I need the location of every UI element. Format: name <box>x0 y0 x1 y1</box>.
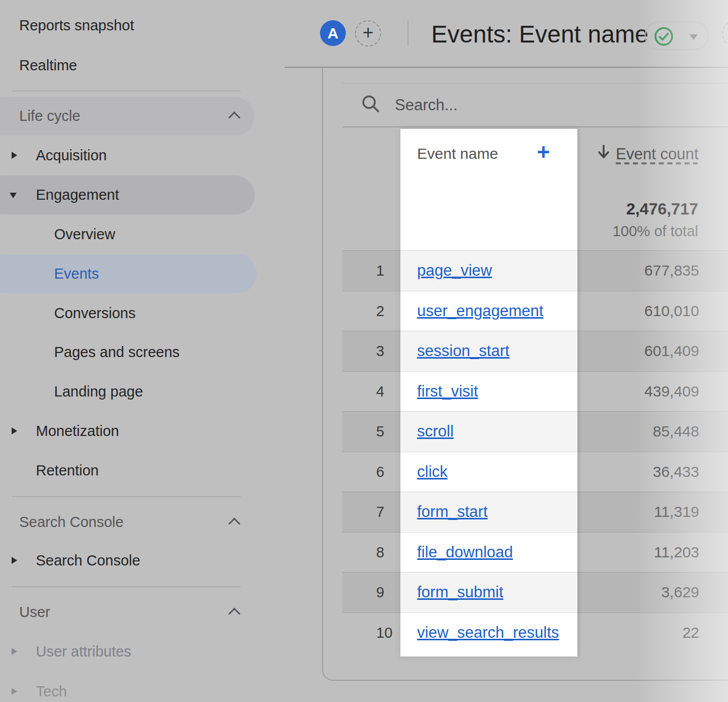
event-count-value: 11,203 <box>654 544 699 561</box>
chevron-up-icon[interactable] <box>228 607 240 620</box>
triangle-right-icon[interactable] <box>12 427 17 434</box>
event-count-value: 11,319 <box>654 503 699 520</box>
check-circle-icon <box>653 26 674 47</box>
sidebar-item-pages-and-screens[interactable]: Pages and screens <box>0 342 263 362</box>
sidebar-item-conversions[interactable]: Conversions <box>0 303 263 323</box>
event-name-link[interactable]: file_download <box>417 543 513 561</box>
event-name-link[interactable]: form_submit <box>417 583 504 601</box>
sidebar-item-label: Engagement <box>36 185 119 205</box>
event-count-value: 601,409 <box>645 342 699 360</box>
event-count-value: 3,629 <box>661 584 699 601</box>
sidebar-item-events[interactable]: Events <box>0 264 263 284</box>
sort-descending-icon <box>597 144 611 161</box>
ga4-events-report-screen: Reports snapshot Realtime Life cycle Acq… <box>0 0 728 702</box>
table-row: 3 session_start 601,409 <box>342 331 728 371</box>
search-top-border <box>342 83 728 83</box>
triangle-right-icon[interactable] <box>12 648 17 655</box>
row-index: 9 <box>376 584 384 601</box>
caret-down-icon <box>690 34 698 40</box>
table-row: 2 user_engagement 610,010 <box>342 291 728 331</box>
event-name-column-header[interactable]: Event name <box>417 145 498 162</box>
row-index: 2 <box>376 302 384 319</box>
sidebar-item-label: Tech <box>36 681 67 701</box>
search-bottom-border <box>342 126 728 127</box>
chevron-up-icon[interactable] <box>228 517 240 530</box>
sidebar-item-overview[interactable]: Overview <box>0 224 263 244</box>
total-percentage: 100% of total <box>613 223 698 240</box>
row-index: 4 <box>376 383 384 400</box>
data-quality-button[interactable] <box>645 21 709 50</box>
event-name-link[interactable]: scroll <box>417 422 453 441</box>
table-row: 10 view_search_results 22 <box>342 612 728 653</box>
sidebar-item-label: Acquisition <box>36 145 107 165</box>
event-name-link[interactable]: click <box>417 463 447 481</box>
event-count-value: 22 <box>682 624 699 641</box>
sidebar-divider <box>12 91 241 92</box>
event-name-link[interactable]: form_start <box>417 503 488 521</box>
comparison-avatar[interactable]: A <box>320 20 346 46</box>
event-count-value: 439,409 <box>645 383 699 400</box>
sidebar-item-retention[interactable]: Retention <box>0 460 263 480</box>
total-event-count: 2,476,717 <box>626 200 698 218</box>
sidebar-item-label: Overview <box>54 224 115 244</box>
add-comparison-button[interactable]: + <box>355 20 381 47</box>
sidebar-item-monetization[interactable]: Monetization <box>0 421 263 441</box>
add-dimension-button[interactable]: + <box>537 140 550 165</box>
event-name-link[interactable]: user_engagement <box>417 302 543 320</box>
event-count-value: 36,433 <box>653 463 699 480</box>
section-label: Life cycle <box>19 106 80 126</box>
plus-icon: + <box>537 140 550 164</box>
sidebar-item-label: Landing page <box>54 381 143 402</box>
sidebar-item-label: Reports snapshot <box>19 15 134 35</box>
chevron-up-icon[interactable] <box>228 111 240 123</box>
sidebar-section-life-cycle[interactable]: Life cycle <box>0 106 263 126</box>
search-input[interactable] <box>394 93 608 117</box>
table-row: 8 file_download 11,203 <box>342 532 728 573</box>
triangle-right-icon[interactable] <box>12 152 17 159</box>
row-index: 3 <box>376 343 384 360</box>
event-count-value: 85,448 <box>653 423 699 440</box>
sidebar-item-landing-page[interactable]: Landing page <box>0 381 263 402</box>
triangle-right-icon[interactable] <box>12 688 17 695</box>
row-index: 1 <box>376 262 384 279</box>
sidebar-section-user[interactable]: User <box>0 602 263 622</box>
sidebar-item-label: Pages and screens <box>54 342 179 362</box>
page-title: Events: Event name <box>431 20 649 49</box>
sidebar-item-label: Events <box>54 264 99 284</box>
sidebar-divider <box>12 496 241 497</box>
row-index: 8 <box>376 544 384 560</box>
sidebar-item-search-console[interactable]: Search Console <box>0 550 263 571</box>
section-label: User <box>19 602 50 622</box>
sidebar-item-realtime[interactable]: Realtime <box>0 55 263 75</box>
row-index: 5 <box>376 423 384 440</box>
triangle-right-icon[interactable] <box>12 557 17 564</box>
event-name-link[interactable]: session_start <box>417 342 510 360</box>
sidebar-item-engagement[interactable]: Engagement <box>0 185 263 205</box>
sidebar-section-search-console[interactable]: Search Console <box>0 512 263 532</box>
sidebar-item-label: Retention <box>36 460 99 480</box>
sidebar-divider <box>12 586 241 587</box>
sidebar-item-label: Conversions <box>54 303 135 323</box>
triangle-down-icon[interactable] <box>10 193 17 198</box>
edit-comparison-button-cropped[interactable] <box>722 20 728 48</box>
search-icon <box>361 94 381 114</box>
table-row: 5 scroll 85,448 <box>342 411 728 452</box>
event-name-link[interactable]: first_visit <box>417 382 478 401</box>
event-count-column-header[interactable]: Event count <box>616 145 699 163</box>
sidebar-item-user-attributes[interactable]: User attributes <box>0 641 263 662</box>
row-index: 10 <box>376 624 392 641</box>
header-divider <box>407 20 408 47</box>
event-name-link[interactable]: view_search_results <box>417 624 559 642</box>
plus-icon: + <box>362 22 374 43</box>
sidebar-item-label: Search Console <box>36 550 140 571</box>
event-count-value: 677,835 <box>645 262 699 279</box>
row-index: 7 <box>376 504 384 520</box>
sidebar-item-acquisition[interactable]: Acquisition <box>0 145 263 165</box>
table-row: 9 form_submit 3,629 <box>342 572 728 612</box>
count-header-dashed-underline <box>616 162 698 164</box>
sidebar-item-reports-snapshot[interactable]: Reports snapshot <box>0 15 263 35</box>
sidebar-item-tech[interactable]: Tech <box>0 681 263 701</box>
event-name-link[interactable]: page_view <box>417 261 492 280</box>
table-row: 7 form_start 11,319 <box>342 492 728 532</box>
table-row: 4 first_visit 439,409 <box>342 371 728 412</box>
